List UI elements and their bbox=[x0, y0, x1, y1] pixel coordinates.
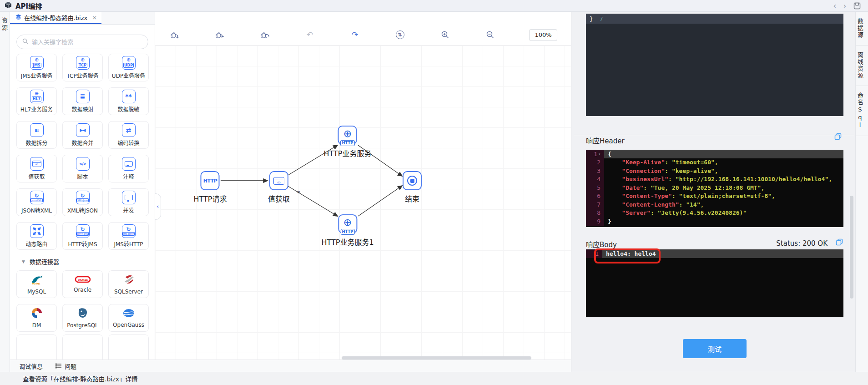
palette-item-xml-to-json[interactable]: ↻XML-Json XML转JSON bbox=[62, 188, 103, 216]
canvas-horizontal-scrollbar[interactable] bbox=[342, 356, 531, 360]
flow-node-value-get[interactable]: ∞值获取 bbox=[268, 171, 290, 204]
palette-search[interactable] bbox=[16, 35, 148, 49]
palette-item-data-merge[interactable]: ▶◀ 数据合并 bbox=[62, 121, 103, 149]
palette-item-label: UDP业务服务 bbox=[112, 71, 145, 79]
udp-service-icon: ⊕UDP bbox=[122, 56, 136, 70]
code-line: 4 "businessUrl": "http://192.168.16.141:… bbox=[586, 175, 843, 184]
palette-collapse-handle[interactable]: ‹ bbox=[155, 193, 161, 220]
copy-body-icon[interactable] bbox=[836, 238, 843, 247]
palette-item-label: 编码转换 bbox=[117, 139, 139, 147]
request-editor-tail[interactable]: } 7 bbox=[586, 14, 843, 116]
concurrent-icon bbox=[122, 191, 136, 204]
code-line: 3 "Connection": "keep-alive", bbox=[586, 167, 843, 175]
palette-item-label: 数据脱敏 bbox=[117, 105, 139, 113]
test-button[interactable]: 测试 bbox=[683, 339, 747, 358]
palette-item-label: 脚本 bbox=[77, 172, 88, 180]
xml-to-json-icon: ↻XML-Json bbox=[76, 191, 90, 204]
palette-item-json-to-xml[interactable]: ↻Json-XML JSON转XML bbox=[16, 188, 57, 216]
value-get-icon: ∞ bbox=[30, 157, 44, 171]
bug-restart-icon[interactable] bbox=[259, 29, 271, 41]
palette-item-value-get[interactable]: ∞ 值获取 bbox=[16, 155, 57, 182]
debug-result-panel: } 7 响应Header 1▾{2 "Keep-Alive": "timeout… bbox=[571, 12, 855, 372]
response-body-title: 响应Body bbox=[586, 239, 617, 249]
connectors-section-header[interactable]: ▼ 数据连接器 bbox=[10, 250, 155, 268]
flow-node-http-service-1[interactable]: ⊕HTTPHTTP业务服务1 bbox=[321, 214, 373, 247]
flow-edge[interactable] bbox=[358, 186, 402, 216]
tab-close-icon[interactable]: × bbox=[92, 14, 97, 21]
undo-icon[interactable]: ↶ bbox=[304, 29, 316, 41]
palette-item-clipped[interactable] bbox=[62, 334, 103, 360]
palette-item-sqlserver[interactable]: SQLServer bbox=[108, 270, 149, 298]
flow-node-http-service[interactable]: ⊕HTTPHTTP业务服务 bbox=[324, 126, 372, 158]
palette-item-postgresql[interactable]: PostgreSQL bbox=[62, 304, 103, 332]
flow-edge[interactable] bbox=[288, 186, 338, 216]
palette-item-label: OpenGauss bbox=[113, 322, 144, 328]
dm-icon bbox=[31, 307, 43, 320]
bug-deploy-icon[interactable] bbox=[169, 29, 181, 41]
palette-item-label: 值获取 bbox=[28, 172, 45, 180]
nav-back-icon[interactable]: ‹ bbox=[830, 1, 840, 10]
redo-icon[interactable]: ↷ bbox=[349, 29, 361, 41]
palette-item-dm[interactable]: DM bbox=[16, 304, 57, 332]
palette-item-data-split[interactable]: ▮▯ 数据拆分 bbox=[16, 121, 57, 149]
opengauss-icon bbox=[122, 308, 136, 320]
palette-item-clipped[interactable] bbox=[108, 334, 149, 360]
zoom-out-icon[interactable] bbox=[484, 29, 496, 41]
flow-node-label: 结束 bbox=[405, 193, 419, 204]
save-icon[interactable] bbox=[853, 2, 861, 10]
palette-item-udp-service[interactable]: ⊕UDP UDP业务服务 bbox=[108, 54, 149, 81]
edge-label: * bbox=[297, 189, 300, 196]
palette-item-hl7-service[interactable]: ⊕HL7 HL7业务服务 bbox=[16, 87, 57, 115]
encoding-convert-icon: ⇄ bbox=[122, 123, 136, 137]
data-mapping-icon: ≣ bbox=[76, 90, 90, 103]
document-tab[interactable]: 在线编排-静态路由.bizx × bbox=[10, 12, 101, 24]
palette-item-label: JMS转HTTP bbox=[114, 240, 143, 248]
right-strip-tab-2[interactable]: 离线资源 bbox=[856, 46, 868, 86]
palette-item-opengauss[interactable]: OpenGauss bbox=[108, 304, 149, 332]
flow-node-http-request[interactable]: HTTPHTTP请求 bbox=[194, 171, 227, 204]
palette-item-label: JSON转XML bbox=[21, 206, 52, 214]
flow-node-end[interactable]: 结束 bbox=[403, 171, 422, 204]
palette-item-data-masking[interactable]: ** 数据脱敏 bbox=[108, 87, 149, 115]
palette-item-tcp-service[interactable]: ⊕TCP TCP业务服务 bbox=[62, 54, 103, 81]
palette-item-clipped[interactable] bbox=[16, 334, 57, 360]
palette-item-jms-to-http[interactable]: ↻JMS-HTTP JMS转HTTP bbox=[108, 222, 149, 250]
palette-item-oracle[interactable]: ORACLE Oracle bbox=[62, 270, 103, 298]
right-panel-scrollbar[interactable] bbox=[850, 196, 853, 299]
nav-forward-icon[interactable]: › bbox=[840, 1, 850, 10]
palette-item-script[interactable]: </> 脚本 bbox=[62, 155, 103, 182]
palette-item-dynamic-route[interactable]: 动态路由 bbox=[16, 222, 57, 250]
flow-node-label: HTTP业务服务1 bbox=[321, 236, 373, 247]
flow-canvas[interactable]: ↶↷⇅100% HTTPHTTP请求∞值获取⊕HTTPHTTP业务服务⊕HTTP… bbox=[155, 12, 571, 360]
palette-item-mysql[interactable]: MySQL MySQL bbox=[16, 270, 57, 298]
response-header-title: 响应Header bbox=[586, 136, 625, 145]
palette-item-comment[interactable]: 注释 bbox=[108, 155, 149, 182]
jms-to-http-icon: ↻JMS-HTTP bbox=[122, 224, 136, 238]
palette-item-http-to-jms[interactable]: ↻HTTP-JMS HTTP转JMS bbox=[62, 222, 103, 250]
zoom-level-display[interactable]: 100% bbox=[529, 29, 557, 41]
palette-item-encoding-convert[interactable]: ⇄ 编码转换 bbox=[108, 121, 149, 149]
response-header-code[interactable]: 1▾{2 "Keep-Alive": "timeout=60",3 "Conne… bbox=[586, 150, 843, 227]
flow-diagram-area[interactable]: HTTPHTTP请求∞值获取⊕HTTPHTTP业务服务⊕HTTPHTTP业务服务… bbox=[155, 46, 571, 360]
fit-view-icon[interactable]: ⇅ bbox=[394, 29, 406, 41]
palette-item-concurrent[interactable]: 并发 bbox=[108, 188, 149, 216]
copy-header-icon[interactable] bbox=[834, 133, 842, 142]
zoom-in-icon[interactable] bbox=[439, 29, 451, 41]
dynamic-route-icon bbox=[30, 224, 44, 238]
flow-node-label: HTTP业务服务 bbox=[324, 147, 372, 158]
palette-item-label: PostgreSQL bbox=[67, 322, 98, 329]
debug-bar-item[interactable]: 问题 bbox=[56, 362, 76, 370]
debug-bar-item[interactable]: 调试信息 bbox=[19, 362, 43, 370]
palette-item-data-mapping[interactable]: ≣ 数据映射 bbox=[62, 87, 103, 115]
palette-item-jms-service[interactable]: ⊕JMS JMS业务服务 bbox=[16, 54, 57, 81]
palette-item-label: JMS业务服务 bbox=[21, 71, 53, 79]
code-line: 6 "Content-Type": "text/plain;charset=ut… bbox=[586, 192, 843, 201]
bug-run-icon[interactable] bbox=[214, 29, 226, 41]
resources-vertical-tab[interactable]: 资源 bbox=[0, 17, 10, 32]
right-strip-tab-1[interactable]: 数据源 bbox=[856, 12, 868, 46]
search-input[interactable] bbox=[32, 39, 142, 46]
right-strip-tab-3[interactable]: 命名Sql bbox=[856, 86, 868, 136]
tcp-service-icon: ⊕TCP bbox=[76, 56, 90, 70]
palette-partial-row bbox=[10, 334, 155, 360]
palette-item-label: 数据合并 bbox=[71, 139, 93, 147]
